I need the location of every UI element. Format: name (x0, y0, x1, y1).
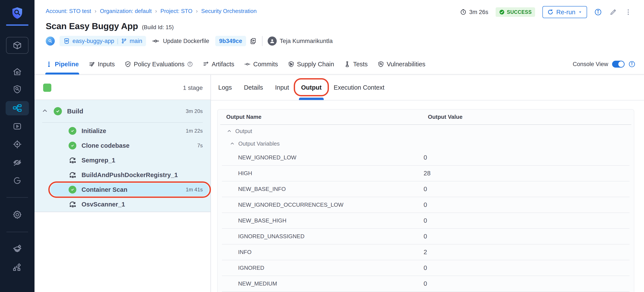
table-row: IGNORED 0 (222, 260, 630, 276)
sidebar-item-executions[interactable] (0, 119, 34, 133)
chevron-up-icon[interactable] (230, 141, 235, 146)
sto-logo[interactable] (0, 7, 34, 20)
flask-icon (344, 61, 350, 67)
target-crosshair-icon (12, 139, 22, 149)
sidebar-item-home[interactable] (0, 65, 34, 79)
output-value: 0 (424, 186, 427, 193)
chevron-up-icon[interactable] (227, 128, 232, 134)
author-name: Teja Kummarikuntla (280, 38, 333, 45)
sidebar-divider (6, 197, 28, 198)
sidebar-item-default-settings[interactable] (0, 242, 34, 256)
breadcrumb-separator: › (196, 8, 198, 15)
output-name: NEW_BASE_INFO (226, 186, 424, 192)
commit-sha-pill[interactable]: 9b349ce (215, 36, 246, 46)
sidebar-item-targets[interactable] (0, 137, 34, 152)
output-table-card: Output Name Output Value Output Output V… (217, 109, 634, 292)
detail-tab-output[interactable]: Output (300, 75, 322, 100)
tab-supply-chain[interactable]: Supply Chain (288, 54, 334, 74)
table-row: NEW_IGNORED_LOW 0 (222, 150, 630, 166)
kebab-menu-icon[interactable] (624, 9, 632, 16)
commit-message[interactable]: Update Dockerfile (163, 38, 209, 45)
group-label: Output (235, 128, 252, 134)
rerun-button[interactable]: Re-run (542, 6, 587, 18)
table-row: NEW_BASE_HIGH 0 (222, 213, 630, 229)
stage-row-build[interactable]: Build 3m 20s (34, 100, 210, 122)
sidebar-item-exemptions[interactable] (0, 155, 34, 170)
detail-tab-label: Details (244, 84, 263, 91)
commit-sha[interactable]: 9b349ce (219, 38, 242, 45)
detail-tab-input[interactable]: Input (274, 75, 290, 100)
detail-tab-details[interactable]: Details (243, 75, 264, 100)
sidebar-item-get-started[interactable] (0, 174, 34, 188)
breadcrumb-account[interactable]: Account: STO test (46, 8, 91, 15)
trigger-type-badge (46, 37, 55, 46)
group-row-output[interactable]: Output (218, 125, 634, 137)
sidebar-item-overview[interactable] (0, 82, 34, 96)
module-selector-button[interactable] (6, 37, 28, 54)
step-row-clone-codebase[interactable]: Clone codebase 7s (34, 138, 210, 153)
breadcrumb-organization[interactable]: Organization: default (100, 8, 152, 15)
tab-policy-evaluations[interactable]: Policy Evaluations (125, 54, 192, 74)
copy-icon[interactable] (250, 37, 257, 45)
tab-tests[interactable]: Tests (344, 54, 368, 74)
rerun-label: Re-run (556, 9, 576, 16)
console-view-control: Console View (572, 61, 635, 68)
pipelines-icon (12, 103, 22, 113)
tab-artifacts[interactable]: Artifacts (203, 54, 234, 74)
table-row: NEW_IGNORED_OCCURRENCES_LOW 0 (222, 197, 630, 213)
status-badge: SUCCESS (496, 7, 535, 17)
breadcrumb-module[interactable]: Security Orchestration (201, 8, 257, 15)
info-icon[interactable] (187, 61, 193, 67)
output-value: 0 (424, 233, 427, 240)
author-avatar (268, 37, 277, 46)
console-view-toggle[interactable] (612, 61, 624, 68)
step-row-container-scan[interactable]: Container Scan 1m 41s (34, 182, 210, 197)
output-name: NEW_IGNORED_OCCURRENCES_LOW (226, 202, 424, 208)
success-check-icon (68, 142, 77, 150)
step-name: Semgrep_1 (82, 157, 115, 164)
success-check-icon (54, 107, 62, 115)
output-name: NEW_BASE_HIGH (226, 217, 424, 224)
success-check-icon (68, 186, 77, 194)
repo-name[interactable]: easy-buggy-app (72, 38, 114, 45)
tab-commits[interactable]: Commits (244, 54, 278, 74)
build-id: (Build Id: 15) (142, 24, 174, 31)
detail-tab-logs[interactable]: Logs (218, 75, 233, 100)
tab-vulnerabilities[interactable]: Vulnerabilities (378, 54, 425, 74)
sidebar-item-project-settings[interactable] (0, 208, 34, 222)
shield-magnifier-icon (378, 61, 384, 67)
title-row: Scan Easy Buggy App (Build Id: 15) (46, 21, 174, 31)
detail-tab-execution-context[interactable]: Execution Context (333, 75, 385, 100)
table-row: INFO 2 (222, 244, 630, 260)
step-row-osv-scanner[interactable]: OsvScanner_1 (34, 197, 210, 212)
repository-icon (64, 38, 70, 44)
group-row-output-variables[interactable]: Output Variables (218, 137, 634, 150)
sidebar-item-pipelines[interactable] (0, 101, 34, 115)
breadcrumb: Account: STO test › Organization: defaul… (46, 8, 257, 15)
tab-label: Policy Evaluations (134, 61, 184, 68)
detail-tab-label: Logs (218, 84, 232, 91)
refresh-icon (547, 9, 554, 15)
logo-accent-bar (6, 24, 28, 26)
tab-pipeline[interactable]: Pipeline (46, 54, 79, 74)
execution-header: Account: STO test › Organization: defaul… (34, 0, 644, 75)
step-row-build-and-push[interactable]: BuildAndPushDockerRegistry_1 (34, 168, 210, 182)
stage-duration: 3m 20s (186, 108, 210, 114)
sidebar-item-account-resources[interactable] (0, 260, 34, 274)
info-icon[interactable] (594, 9, 602, 16)
tab-inputs[interactable]: Inputs (89, 54, 115, 74)
collapse-chevron-icon[interactable] (42, 107, 48, 115)
edit-pencil-icon[interactable] (609, 8, 617, 16)
repo-branch-pill[interactable]: easy-buggy-app | main (60, 36, 146, 46)
branch-name[interactable]: main (130, 38, 142, 45)
breadcrumb-separator: › (155, 8, 157, 15)
step-row-initialize[interactable]: Initialize 1m 22s (34, 123, 210, 138)
stage-step-tree: Build 3m 20s Initialize 1m 22s Clone cod… (34, 100, 210, 212)
info-icon[interactable] (628, 61, 635, 68)
stage-name: Build (67, 107, 83, 115)
toggle-knob (618, 61, 624, 67)
git-branch-icon (121, 38, 127, 44)
status-text: SUCCESS (507, 9, 532, 15)
step-row-semgrep[interactable]: Semgrep_1 (34, 153, 210, 168)
breadcrumb-project[interactable]: Project: STO (160, 8, 192, 15)
